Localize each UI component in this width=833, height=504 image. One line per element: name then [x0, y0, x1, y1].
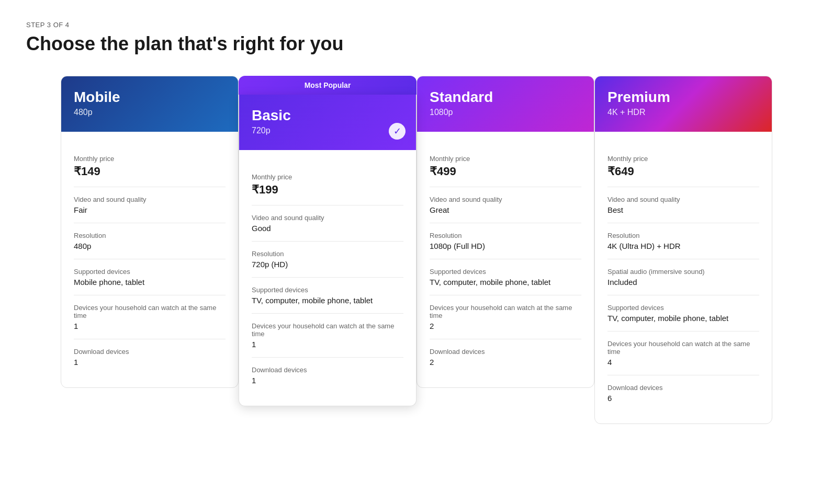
supported-devices-label-basic: Supported devices: [252, 286, 403, 294]
plan-name-mobile: Mobile: [74, 89, 226, 106]
price-value-premium: ₹649: [607, 165, 759, 178]
price-label-standard: Monthly price: [430, 155, 581, 163]
video-quality-label-standard: Video and sound quality: [430, 196, 581, 203]
most-popular-badge: Most Popular: [239, 76, 416, 95]
resolution-value-mobile: 480p: [74, 242, 226, 250]
download-value-basic: 1: [252, 376, 403, 385]
price-label-premium: Monthly price: [607, 155, 759, 163]
video-quality-label-mobile: Video and sound quality: [74, 196, 226, 203]
concurrent-label-mobile: Devices your household can watch at the …: [74, 304, 226, 319]
plan-name-standard: Standard: [430, 89, 581, 106]
video-quality-value-standard: Great: [430, 205, 581, 214]
plan-price-section-basic: Monthly price₹199: [252, 163, 403, 205]
plan-header-basic: Basic720p✓: [239, 95, 416, 150]
supported-devices-section-standard: Supported devicesTV, computer, mobile ph…: [430, 259, 581, 295]
download-label-basic: Download devices: [252, 366, 403, 374]
resolution-label-basic: Resolution: [252, 250, 403, 258]
supported-devices-label-mobile: Supported devices: [74, 268, 226, 276]
download-section-standard: Download devices2: [430, 339, 581, 375]
spatial-audio-section-premium: Spatial audio (immersive sound)Included: [607, 259, 759, 295]
plan-name-premium: Premium: [607, 89, 759, 106]
supported-devices-value-mobile: Mobile phone, tablet: [74, 278, 226, 287]
download-value-premium: 6: [607, 394, 759, 403]
resolution-label-standard: Resolution: [430, 232, 581, 239]
plan-name-basic: Basic: [252, 107, 403, 124]
plan-resolution-badge-basic: 720p: [252, 126, 403, 135]
plan-resolution-badge-mobile: 480p: [74, 108, 226, 117]
video-quality-section-mobile: Video and sound qualityFair: [74, 187, 226, 223]
resolution-value-premium: 4K (Ultra HD) + HDR: [607, 242, 759, 250]
price-label-basic: Monthly price: [252, 173, 403, 181]
supported-devices-section-premium: Supported devicesTV, computer, mobile ph…: [607, 295, 759, 331]
video-quality-label-basic: Video and sound quality: [252, 214, 403, 222]
concurrent-label-premium: Devices your household can watch at the …: [607, 340, 759, 356]
supported-devices-label-standard: Supported devices: [430, 268, 581, 276]
plan-body-mobile: Monthly price₹149Video and sound quality…: [61, 132, 238, 387]
plan-mobile[interactable]: Mobile480pMonthly price₹149Video and sou…: [61, 76, 239, 388]
plan-standard[interactable]: Standard1080pMonthly price₹499Video and …: [416, 76, 594, 388]
price-label-mobile: Monthly price: [74, 155, 226, 163]
video-quality-label-premium: Video and sound quality: [607, 196, 759, 203]
concurrent-value-mobile: 1: [74, 322, 226, 330]
plan-basic[interactable]: Most PopularBasic720p✓Monthly price₹199V…: [239, 76, 416, 406]
supported-devices-section-mobile: Supported devicesMobile phone, tablet: [74, 259, 226, 295]
download-value-mobile: 1: [74, 358, 226, 366]
concurrent-section-basic: Devices your household can watch at the …: [252, 314, 403, 358]
resolution-section-premium: Resolution4K (Ultra HD) + HDR: [607, 223, 759, 259]
video-quality-section-basic: Video and sound qualityGood: [252, 205, 403, 242]
supported-devices-label-premium: Supported devices: [607, 304, 759, 312]
download-section-premium: Download devices6: [607, 375, 759, 411]
spatial-audio-label-premium: Spatial audio (immersive sound): [607, 268, 759, 276]
plans-container: Mobile480pMonthly price₹149Video and sou…: [26, 76, 807, 424]
price-value-mobile: ₹149: [74, 165, 226, 178]
price-value-standard: ₹499: [430, 165, 581, 178]
download-section-mobile: Download devices1: [74, 339, 226, 375]
concurrent-value-premium: 4: [607, 358, 759, 366]
concurrent-section-standard: Devices your household can watch at the …: [430, 295, 581, 339]
selected-check-basic: ✓: [389, 123, 406, 140]
resolution-value-basic: 720p (HD): [252, 260, 403, 269]
plan-premium[interactable]: Premium4K + HDRMonthly price₹649Video an…: [594, 76, 772, 424]
plan-body-basic: Monthly price₹199Video and sound quality…: [239, 150, 416, 406]
plan-resolution-badge-premium: 4K + HDR: [607, 108, 759, 117]
video-quality-value-premium: Best: [607, 205, 759, 214]
concurrent-label-basic: Devices your household can watch at the …: [252, 322, 403, 338]
video-quality-section-premium: Video and sound qualityBest: [607, 187, 759, 223]
video-quality-section-standard: Video and sound qualityGreat: [430, 187, 581, 223]
plan-body-premium: Monthly price₹649Video and sound quality…: [595, 132, 772, 423]
resolution-section-mobile: Resolution480p: [74, 223, 226, 259]
concurrent-section-mobile: Devices your household can watch at the …: [74, 295, 226, 339]
supported-devices-value-standard: TV, computer, mobile phone, tablet: [430, 278, 581, 287]
plan-body-standard: Monthly price₹499Video and sound quality…: [417, 132, 594, 387]
price-value-basic: ₹199: [252, 183, 403, 197]
concurrent-label-standard: Devices your household can watch at the …: [430, 304, 581, 319]
spatial-audio-value-premium: Included: [607, 278, 759, 287]
download-value-standard: 2: [430, 358, 581, 366]
step-label: STEP 3 OF 4: [26, 21, 807, 29]
concurrent-value-standard: 2: [430, 322, 581, 330]
video-quality-value-basic: Good: [252, 224, 403, 233]
plan-header-mobile: Mobile480p: [61, 76, 238, 132]
plan-resolution-badge-standard: 1080p: [430, 108, 581, 117]
download-label-premium: Download devices: [607, 384, 759, 392]
concurrent-section-premium: Devices your household can watch at the …: [607, 331, 759, 375]
supported-devices-value-basic: TV, computer, mobile phone, tablet: [252, 296, 403, 305]
plan-price-section-standard: Monthly price₹499: [430, 144, 581, 187]
page-title: Choose the plan that's right for you: [26, 33, 807, 55]
video-quality-value-mobile: Fair: [74, 205, 226, 214]
supported-devices-section-basic: Supported devicesTV, computer, mobile ph…: [252, 278, 403, 314]
resolution-section-basic: Resolution720p (HD): [252, 242, 403, 278]
download-label-mobile: Download devices: [74, 348, 226, 356]
resolution-value-standard: 1080p (Full HD): [430, 242, 581, 250]
plan-header-premium: Premium4K + HDR: [595, 76, 772, 132]
download-label-standard: Download devices: [430, 348, 581, 356]
plan-price-section-mobile: Monthly price₹149: [74, 144, 226, 187]
supported-devices-value-premium: TV, computer, mobile phone, tablet: [607, 314, 759, 323]
resolution-section-standard: Resolution1080p (Full HD): [430, 223, 581, 259]
resolution-label-mobile: Resolution: [74, 232, 226, 239]
resolution-label-premium: Resolution: [607, 232, 759, 239]
concurrent-value-basic: 1: [252, 340, 403, 349]
plan-price-section-premium: Monthly price₹649: [607, 144, 759, 187]
download-section-basic: Download devices1: [252, 358, 403, 393]
plan-header-standard: Standard1080p: [417, 76, 594, 132]
